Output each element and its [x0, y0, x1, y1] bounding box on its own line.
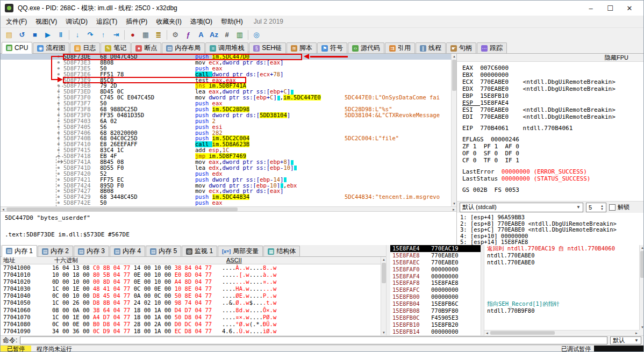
breakpoint-dot[interactable]: ●: [1, 147, 63, 153]
bottom-tab-监视 1[interactable]: ◎监视 1: [182, 246, 217, 256]
scrollbar-thumb[interactable]: [452, 60, 456, 91]
menu-item-帮助[interactable]: 帮助(H): [217, 16, 247, 27]
registers-pane[interactable]: EAX 007C6000EBX 00000000ECX 770EABE0 <nt…: [456, 62, 644, 201]
stack-comment[interactable]: [484, 273, 639, 280]
flags-row[interactable]: ZF 1 PF 1 AF 0: [462, 143, 644, 150]
column-header-ascii[interactable]: ASCII: [226, 257, 242, 264]
breakpoint-dot[interactable]: ●: [1, 95, 63, 100]
function-icon[interactable]: ƒ: [182, 29, 195, 41]
breakpoint-dot[interactable]: ●: [1, 89, 63, 95]
disassembly-hscrollbar[interactable]: ◄ ►: [1, 206, 456, 211]
scrollbar-thumb[interactable]: [382, 263, 386, 283]
stack-comment[interactable]: [484, 321, 639, 328]
stack-comment[interactable]: ntdll.770EABE0: [484, 252, 639, 259]
step-out-icon[interactable]: ↑: [97, 29, 110, 41]
memory-row[interactable]: 7704109034 00 36 00 0C D9 04 77 18 00 1A…: [1, 328, 386, 335]
call-argument-row[interactable]: 5: [esp+14] 15E8FAE8: [460, 239, 644, 245]
disassembly-row[interactable]: ●5D8F740556push esi: [1, 124, 451, 130]
bottom-tab-内存 4[interactable]: ▤内存 4: [110, 246, 145, 256]
menu-item-追踪[interactable]: 追踪(T): [92, 16, 121, 27]
open-file-icon[interactable]: ▤: [3, 29, 16, 41]
stack-comment[interactable]: [484, 286, 639, 293]
tab-句柄[interactable]: ☛句柄: [446, 42, 476, 53]
stack-row[interactable]: 15E8FAF815E8FAE8: [390, 279, 481, 286]
stack-comment[interactable]: [484, 279, 639, 286]
register-row-lasterror[interactable]: LastError 00000000 (ERROR_SUCCESS): [462, 168, 644, 175]
disassembly-row[interactable]: ●5D8F73E6FF51 78call dword ptr ds:[ecx+7…: [1, 71, 451, 77]
assemble-icon[interactable]: A: [195, 29, 207, 41]
memory-row[interactable]: 7704101010 00 18 00 80 5B 04 77 0E 00 10…: [1, 271, 386, 278]
breakpoint-dot[interactable]: ●: [1, 60, 63, 66]
stack-comment[interactable]: [484, 266, 639, 273]
stack-row[interactable]: 15E8FAF000000000: [390, 266, 481, 273]
memory-row[interactable]: 770410200D 00 10 00 00 8D 04 77 0E 00 10…: [1, 278, 386, 285]
close-button[interactable]: ✕: [620, 2, 639, 15]
bottom-tab-内存 2[interactable]: ▤内存 2: [38, 246, 73, 256]
minimize-button[interactable]: –: [581, 2, 600, 15]
tab-跟踪[interactable]: ⋯跟踪: [477, 42, 507, 53]
disassembly-pane[interactable]: ●5D8F73DE68 D047C45Dpush im.5DC447D0●5D8…: [1, 54, 451, 206]
memory-row[interactable]: 770410301C 00 1E 00 48 41 04 77 0C 00 0E…: [1, 285, 386, 292]
stack-row[interactable]: 15E8FB0000000000: [390, 293, 481, 300]
breakpoint-dot[interactable]: ●: [1, 112, 63, 118]
stack-comment[interactable]: 返回到 ntdll.770EAC19 自 ntdll.770B4060: [484, 245, 639, 252]
breakpoint-dot[interactable]: ●: [1, 71, 63, 77]
register-row-edi[interactable]: EDI 770EABE0 <ntdll.DbgUiRemoteBreakin>: [462, 113, 644, 120]
breakpoint-icon[interactable]: ●: [126, 29, 139, 41]
bottom-tab-结构体[interactable]: ▦结构体: [263, 246, 300, 256]
breakpoint-dot[interactable]: ●: [1, 124, 63, 130]
memory-row[interactable]: 770410501C 00 26 00 D8 8B 04 77 24 02 10…: [1, 299, 386, 306]
breakpoint-dot[interactable]: ●: [1, 177, 63, 183]
breakpoint-dot[interactable]: ●: [1, 165, 63, 171]
breakpoint-dot[interactable]: ●: [1, 183, 63, 189]
breakpoint-dot[interactable]: ●: [1, 130, 63, 136]
stepper-arrows-icon[interactable]: ▲▼: [600, 204, 604, 211]
register-row-ebp[interactable]: EBP 15E8FB10: [462, 92, 644, 99]
menu-item-视图[interactable]: 视图(V): [31, 16, 61, 27]
hide-fpu-button[interactable]: 隐藏FPU: [605, 54, 628, 61]
stack-row[interactable]: 15E8FAEC770EABE0: [390, 259, 481, 266]
step-into-icon[interactable]: ↓: [71, 29, 84, 41]
call-argument-row[interactable]: 3: [esp+C] 770EABE0 <ntdll.DbgUiRemoteBr…: [460, 227, 644, 233]
stack-row[interactable]: 15E8FB08770B9F80: [390, 307, 481, 314]
column-header-hex[interactable]: 十六进制: [54, 257, 78, 264]
breakpoint-dot[interactable]: ●: [1, 159, 63, 165]
call-argument-row[interactable]: 1: [esp+4] 96A59BB3: [460, 214, 644, 221]
memory-row[interactable]: 770410701C 00 1E 00 A4 D7 04 77 18 00 1A…: [1, 314, 386, 321]
breakpoint-dot[interactable]: ●: [1, 188, 63, 194]
memory-map-icon[interactable]: ▦: [139, 29, 152, 41]
scroll-up-icon[interactable]: ▲: [640, 245, 644, 250]
patches-icon[interactable]: #: [220, 29, 233, 41]
tab-源代码[interactable]: ‹›源代码: [348, 42, 384, 53]
unlock-checkbox[interactable]: [609, 204, 616, 211]
splitter[interactable]: [481, 245, 484, 335]
register-row-esi[interactable]: ESI 770EABE0 <ntdll.DbgUiRemoteBreakin>: [462, 106, 644, 113]
log-icon[interactable]: ≣: [152, 29, 165, 41]
menu-item-文件[interactable]: 文件(F): [2, 16, 31, 27]
stack-comment[interactable]: [484, 293, 639, 300]
tab-引用[interactable]: ⇉引用: [385, 42, 415, 53]
memory-vscrollbar[interactable]: ▲ ▼: [381, 257, 386, 335]
breakpoint-dot[interactable]: ●: [1, 200, 63, 206]
stack-row[interactable]: 15E8FB0CF45905E3: [390, 314, 481, 321]
restart-icon[interactable]: ↺: [16, 29, 28, 41]
stack-comments-vscrollbar[interactable]: ▲ ▼: [639, 245, 644, 330]
command-input[interactable]: [20, 336, 607, 344]
breakpoint-dot[interactable]: ●: [1, 171, 63, 177]
breakpoint-dot[interactable]: ●: [1, 77, 63, 83]
register-row-eax[interactable]: EAX 007C6000: [462, 64, 644, 71]
stack-comments-pane[interactable]: 返回到 ntdll.770EAC19 自 ntdll.770B4060ntdll…: [484, 245, 639, 330]
memory-row[interactable]: 7704100016 04 13 08 C0 8B 04 77 14 00 10…: [1, 264, 386, 271]
stack-comments-hscrollbar[interactable]: ◄ ►: [484, 330, 639, 335]
breakpoint-dot[interactable]: ●: [1, 118, 63, 124]
disassembly-vscrollbar[interactable]: ▲ ▼: [451, 54, 456, 206]
scrollbar-thumb[interactable]: [490, 331, 555, 335]
bottom-tab-内存 1[interactable]: ▤内存 1: [2, 245, 37, 257]
scroll-down-icon[interactable]: ▼: [640, 325, 644, 330]
register-row-esp[interactable]: ESP 15E8FAE4: [462, 99, 644, 106]
breakpoint-dot[interactable]: ●: [1, 66, 63, 71]
menu-item-收藏夹[interactable]: 收藏夹(I): [152, 16, 185, 27]
stack-row[interactable]: 15E8FAE4770EAC19: [390, 245, 481, 252]
breakpoint-dot[interactable]: ●: [1, 106, 63, 112]
stack-pane[interactable]: 15E8FAE4770EAC1915E8FAE8770EABE015E8FAEC…: [390, 245, 481, 335]
